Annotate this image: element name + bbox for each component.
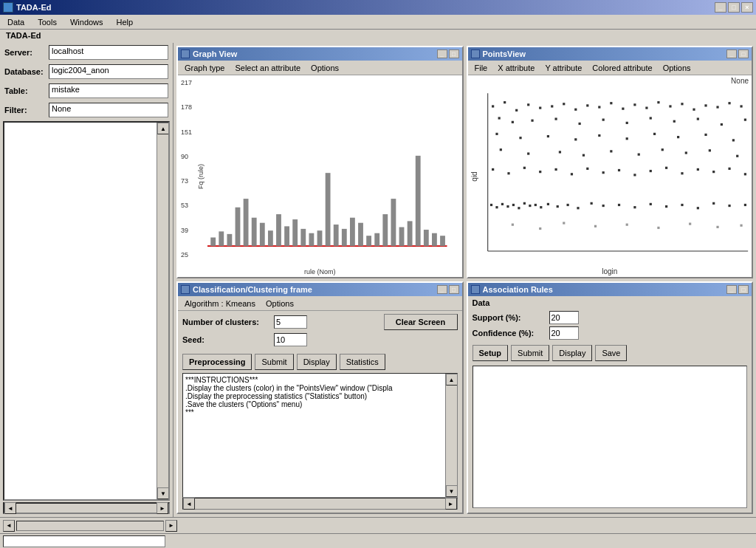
assoc-icon	[471, 285, 480, 294]
sidebar-scrollbar-v[interactable]: ▲ ▼	[157, 123, 168, 499]
clear-screen-button[interactable]: Clear Screen	[384, 314, 458, 330]
seed-input[interactable]	[274, 333, 307, 346]
text-scroll-down[interactable]: ▼	[446, 485, 458, 497]
points-view-maximize[interactable]: □	[738, 49, 749, 58]
pv-colored-attr-menu[interactable]: Colored attribute	[590, 63, 654, 73]
pv-y-attr-menu[interactable]: Y attribute	[543, 63, 584, 73]
title-bar-icon-and-title: TADA-Ed	[3, 2, 51, 13]
status-scroll-right[interactable]: ►	[165, 520, 177, 532]
display-button[interactable]: Display	[297, 354, 337, 370]
bottom-input[interactable]	[3, 535, 165, 547]
svg-rect-71	[570, 173, 572, 175]
svg-rect-78	[681, 172, 683, 174]
svg-rect-133	[661, 148, 663, 151]
scroll-down-btn[interactable]: ▼	[157, 487, 169, 499]
text-scrollbar-h[interactable]: ◄ ►	[182, 498, 458, 510]
assoc-maximize[interactable]: □	[738, 285, 749, 294]
menu-help[interactable]: Help	[114, 17, 137, 27]
graph-view-maximize[interactable]: □	[449, 49, 459, 58]
classif-maximize[interactable]: □	[449, 285, 459, 294]
minimize-button[interactable]: _	[715, 2, 726, 13]
pv-x-attr-menu[interactable]: X attribute	[495, 63, 537, 73]
assoc-submit-button[interactable]: Submit	[511, 345, 549, 361]
confidence-input[interactable]	[549, 326, 579, 340]
graph-view-content: 217 178 151 90 73 53 39 25 Fq (rule)	[178, 75, 462, 277]
svg-rect-82	[743, 173, 746, 175]
svg-rect-79	[696, 168, 698, 171]
table-value: mistake	[49, 83, 168, 98]
assoc-setup-button[interactable]: Setup	[472, 345, 509, 361]
assoc-save-button[interactable]: Save	[595, 345, 627, 361]
scroll-right-btn[interactable]: ►	[157, 502, 168, 514]
select-attribute-menu[interactable]: Select an attribute	[233, 63, 303, 73]
menu-data[interactable]: Data	[4, 17, 27, 27]
svg-rect-87	[512, 204, 514, 206]
statistics-button[interactable]: Statistics	[340, 354, 385, 370]
pv-file-menu[interactable]: File	[472, 63, 490, 73]
support-input[interactable]	[549, 311, 579, 324]
menu-tools[interactable]: Tools	[35, 17, 60, 27]
seed-row: Seed:	[182, 333, 458, 346]
scroll-up-btn[interactable]: ▲	[157, 123, 169, 134]
graph-type-menu[interactable]: Graph type	[182, 63, 227, 73]
pv-x-axis-label: login	[602, 267, 617, 275]
graph-view-title-bar: Graph View _ □	[178, 47, 462, 61]
svg-rect-8	[268, 230, 273, 246]
svg-rect-11	[292, 219, 298, 246]
svg-rect-132	[637, 154, 639, 156]
svg-rect-6	[252, 218, 257, 246]
graph-options-menu[interactable]: Options	[309, 63, 341, 73]
svg-rect-117	[495, 133, 498, 135]
svg-rect-123	[653, 133, 655, 135]
status-scroll-left[interactable]: ◄	[3, 520, 15, 532]
pv-options-menu[interactable]: Options	[661, 63, 693, 73]
assoc-output-area	[472, 366, 748, 508]
svg-rect-45	[645, 107, 647, 109]
svg-rect-130	[582, 154, 584, 157]
num-clusters-input[interactable]	[274, 315, 307, 329]
assoc-data-label: Data	[468, 296, 752, 309]
svg-rect-90	[529, 205, 531, 207]
classif-options-menu[interactable]: Options	[264, 298, 296, 309]
scroll-left-btn[interactable]: ◄	[4, 502, 16, 514]
svg-rect-113	[657, 227, 659, 229]
filter-value: None	[49, 103, 168, 117]
svg-rect-70	[554, 168, 557, 171]
svg-rect-95	[566, 204, 568, 206]
status-scroll-track[interactable]	[16, 521, 164, 531]
svg-rect-75	[633, 174, 636, 176]
svg-rect-100	[633, 206, 636, 208]
menu-windows[interactable]: Windows	[67, 17, 106, 27]
preprocessing-button[interactable]: Preprocessing	[182, 354, 252, 370]
text-scrollbar-v[interactable]: ▲ ▼	[445, 374, 457, 497]
points-view-minimize[interactable]: _	[726, 49, 737, 58]
maximize-button[interactable]: □	[728, 2, 740, 13]
title-bar-title: TADA-Ed	[16, 3, 51, 12]
svg-rect-97	[590, 202, 592, 205]
text-scroll-left[interactable]: ◄	[183, 498, 195, 510]
sidebar: Server: localhost Database: logic2004_an…	[0, 43, 173, 517]
svg-rect-66	[492, 168, 494, 171]
svg-rect-80	[712, 171, 715, 173]
svg-rect-57	[554, 117, 557, 120]
submit-button[interactable]: Submit	[255, 354, 293, 370]
algorithm-menu[interactable]: Algorithm : Kmeans	[182, 298, 258, 309]
svg-rect-86	[506, 205, 509, 208]
table-label: Table:	[4, 86, 49, 95]
svg-rect-40	[586, 104, 588, 106]
svg-rect-108	[511, 224, 513, 226]
svg-rect-17	[342, 229, 347, 246]
assoc-minimize[interactable]: _	[726, 285, 737, 294]
classif-minimize[interactable]: _	[437, 285, 447, 294]
database-value: logic2004_anon	[49, 64, 168, 79]
svg-rect-1	[210, 238, 216, 247]
close-button[interactable]: ×	[741, 2, 753, 13]
graph-view-minimize[interactable]: _	[437, 49, 447, 58]
database-label: Database:	[4, 67, 49, 76]
text-scroll-up[interactable]: ▲	[446, 374, 458, 386]
svg-rect-68	[523, 167, 525, 169]
svg-rect-89	[523, 202, 525, 205]
assoc-display-button[interactable]: Display	[552, 345, 592, 361]
sidebar-scrollbar-h[interactable]: ◄ ►	[3, 502, 170, 514]
text-scroll-right[interactable]: ►	[445, 498, 457, 510]
